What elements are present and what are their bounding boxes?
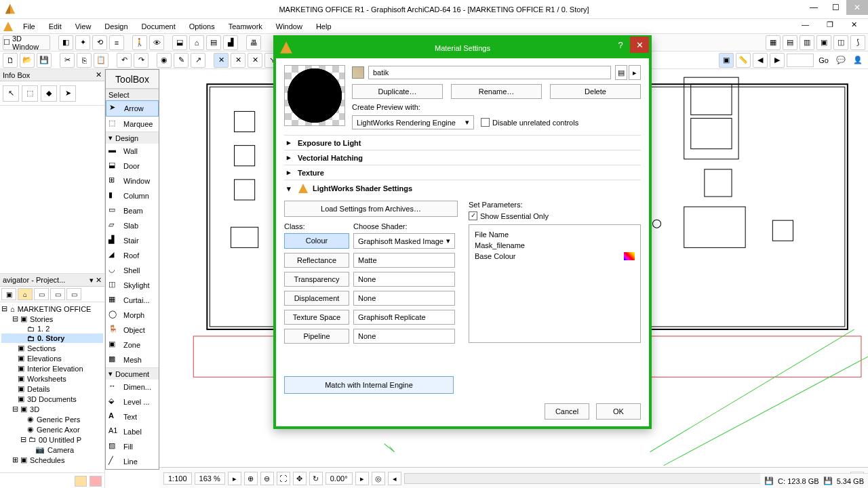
- tool-beam[interactable]: ▭Beam: [106, 203, 159, 218]
- orbit-icon[interactable]: ↻: [309, 472, 323, 485]
- rtool-1[interactable]: ▦: [766, 35, 781, 50]
- person-icon[interactable]: 👤: [850, 53, 865, 68]
- navigator-menu-icon[interactable]: ▾ ✕: [90, 276, 102, 285]
- tool-label[interactable]: A1Label: [106, 424, 159, 439]
- chat-icon[interactable]: 💬: [833, 53, 848, 68]
- cut-icon[interactable]: ✂: [60, 53, 75, 68]
- nav-btn-1[interactable]: ▣: [1, 288, 16, 300]
- nav-btn-3[interactable]: ▭: [34, 288, 49, 300]
- tool-object[interactable]: 🪑Object: [106, 323, 159, 338]
- shader-reflectance[interactable]: Matte: [353, 253, 455, 268]
- angle-nav-icon[interactable]: ▸: [355, 472, 369, 485]
- open-icon[interactable]: 📂: [20, 53, 35, 68]
- tool-btn-2[interactable]: ✦: [75, 35, 90, 50]
- material-library-icon[interactable]: ▤: [615, 65, 627, 80]
- info-tool-3[interactable]: ◆: [41, 85, 57, 102]
- menu-design[interactable]: Design: [98, 22, 134, 30]
- zoom-fit-icon[interactable]: ⛶: [277, 472, 290, 485]
- class-transparency[interactable]: Transparency: [284, 272, 349, 287]
- scroll-left-icon[interactable]: ◂: [388, 472, 401, 485]
- tool-slab[interactable]: ▱Slab: [106, 218, 159, 233]
- class-reflectance[interactable]: Reflectance: [284, 253, 349, 268]
- dialog-help-icon[interactable]: ?: [611, 37, 630, 53]
- tool-mesh[interactable]: ▩Mesh: [106, 352, 159, 367]
- scale-field[interactable]: 1:100: [163, 472, 192, 485]
- info-pointer-icon[interactable]: ➤: [60, 85, 76, 102]
- tree-ga[interactable]: ◉ Generic Axor: [1, 424, 103, 434]
- info-tool-2[interactable]: ⬚: [22, 85, 38, 102]
- toolbox-sect-document[interactable]: ▾ Document: [106, 367, 159, 380]
- print-icon[interactable]: 🖶: [246, 35, 261, 50]
- zoom-nav-icon[interactable]: ▸: [228, 472, 241, 485]
- close-button[interactable]: ✕: [846, 0, 868, 15]
- param-mask[interactable]: Mask_filename: [475, 240, 635, 251]
- tool-marquee[interactable]: ⬚Marquee: [106, 117, 159, 131]
- story-icon[interactable]: ▤: [206, 35, 221, 50]
- minimize-button[interactable]: —: [803, 0, 825, 15]
- measure-icon[interactable]: 📏: [736, 53, 751, 68]
- engine-select[interactable]: LightWorks Rendering Engine▾: [352, 115, 474, 129]
- tool-wall[interactable]: ▬Wall: [106, 144, 159, 159]
- tool-column[interactable]: ▮Column: [106, 188, 159, 203]
- misc-1-icon[interactable]: ◎: [372, 472, 385, 485]
- tool-level[interactable]: ⬙Level ...: [106, 394, 159, 409]
- paste-icon[interactable]: 📋: [94, 53, 108, 68]
- tool-stair[interactable]: ▟Stair: [106, 233, 159, 248]
- shader-texture-space[interactable]: Graphisoft Replicate: [353, 310, 455, 325]
- view-mode-icon[interactable]: ▣: [719, 53, 734, 68]
- ok-button[interactable]: OK: [596, 403, 641, 420]
- nav-btn-4[interactable]: ▭: [50, 288, 65, 300]
- tool-window[interactable]: ⊞Window: [106, 174, 159, 188]
- infobox-close-icon[interactable]: ✕: [96, 70, 102, 79]
- param-base-colour[interactable]: Base Colour: [475, 251, 635, 262]
- duplicate-button[interactable]: Duplicate…: [352, 84, 443, 99]
- tree-story-0[interactable]: 🗀 0. Story: [1, 333, 103, 343]
- menu-help[interactable]: Help: [309, 22, 338, 30]
- zoom-out-icon[interactable]: ⊖: [260, 472, 274, 485]
- doc-restore-icon[interactable]: ❐: [820, 20, 840, 29]
- shader-transparency[interactable]: None: [353, 272, 455, 287]
- zoom-in-icon[interactable]: ⊕: [244, 472, 258, 485]
- class-colour[interactable]: Colour: [284, 233, 349, 249]
- tree-3d[interactable]: ⊟ ▣ 3D: [1, 404, 103, 414]
- syringe-icon[interactable]: ↗: [191, 53, 205, 68]
- tool-fill[interactable]: ▨Fill: [106, 439, 159, 454]
- copy-icon[interactable]: ⎘: [77, 53, 92, 68]
- class-pipeline[interactable]: Pipeline: [284, 329, 349, 344]
- nav-next-icon[interactable]: ▶: [770, 53, 785, 68]
- walk-icon[interactable]: 🚶: [132, 35, 147, 50]
- tree-untitled[interactable]: ⊟ 🗀 00 Untitled P: [1, 434, 103, 445]
- tree-schedules[interactable]: ⊞ ▣ Schedules: [1, 455, 103, 465]
- toolbox-title[interactable]: ToolBox: [106, 70, 159, 89]
- new-icon[interactable]: 🗋: [3, 53, 18, 68]
- redo-icon[interactable]: ↷: [134, 53, 149, 68]
- snap-3-icon[interactable]: ✕: [248, 53, 262, 68]
- rtool-2[interactable]: ▤: [783, 35, 797, 50]
- tool-shell[interactable]: ◡Shell: [106, 263, 159, 278]
- pan-icon[interactable]: ✥: [293, 472, 307, 485]
- tree-interior[interactable]: ▣ Interior Elevation: [1, 363, 103, 373]
- dialog-close-icon[interactable]: ✕: [630, 37, 649, 53]
- material-name-field[interactable]: batik: [368, 66, 611, 79]
- shader-displacement[interactable]: None: [353, 291, 455, 306]
- rtool-3[interactable]: ▥: [800, 35, 814, 50]
- tool-dimension[interactable]: ↔Dimen...: [106, 380, 159, 394]
- sect-texture[interactable]: ▸Texture: [284, 165, 641, 180]
- shader-colour-select[interactable]: Graphisoft Masked Image▾: [353, 233, 455, 249]
- tree-worksheets[interactable]: ▣ Worksheets: [1, 373, 103, 384]
- sect-exposure[interactable]: ▸Exposure to Light: [284, 135, 641, 150]
- menu-edit[interactable]: Edit: [42, 22, 68, 30]
- rtool-6[interactable]: ⟆: [850, 35, 865, 50]
- toolbox-sect-design[interactable]: ▾ Design: [106, 131, 159, 144]
- param-file[interactable]: File Name: [475, 229, 635, 240]
- tool-skylight[interactable]: ◫Skylight: [106, 278, 159, 293]
- tree-camera[interactable]: 📷 Camera: [1, 445, 103, 455]
- class-texture-space[interactable]: Texture Space: [284, 310, 349, 325]
- tool-door[interactable]: ⬓Door: [106, 159, 159, 174]
- nav-new-icon[interactable]: [75, 476, 87, 487]
- doc-minimize-icon[interactable]: —: [795, 20, 816, 29]
- pick-icon[interactable]: ◉: [157, 53, 172, 68]
- zoom-field[interactable]: 163 %: [195, 472, 225, 485]
- tool-text[interactable]: AText: [106, 409, 159, 424]
- maximize-button[interactable]: ☐: [825, 0, 846, 15]
